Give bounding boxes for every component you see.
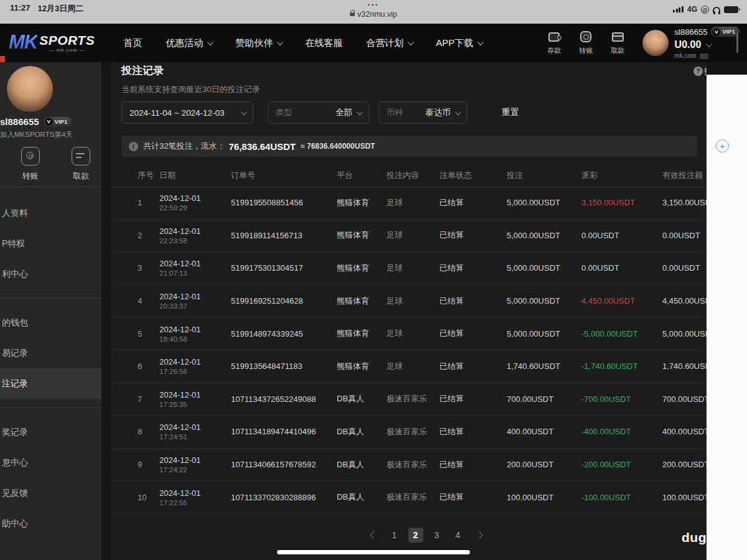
plus-button[interactable]: + [716, 139, 729, 152]
table-row: 4 2024-12-01 20:33:37 5199169251204628 熊… [111, 285, 707, 318]
sidebar-menu-item[interactable]: 助中心 [0, 508, 101, 539]
chevron-down-icon [706, 41, 712, 47]
page-number-button[interactable]: 4 [451, 528, 466, 543]
cell-valid-bet: 100.00USDT [662, 493, 707, 502]
address-bar[interactable]: v32nmu.vip [0, 10, 747, 19]
table-row: 9 2024-12-01 17:24:22 107113406615767859… [111, 449, 707, 482]
cell-date: 2024-12-01 17:24:22 [159, 455, 231, 474]
sidebar-menu-item[interactable]: 易记录 [0, 338, 101, 368]
help-link[interactable]: ? [693, 67, 703, 76]
sidebar-menu-item[interactable]: 利中心 [0, 259, 101, 289]
cell-platform: DB真人 [337, 426, 387, 437]
nav-item[interactable]: 合营计划 [366, 37, 412, 49]
nav-item[interactable]: APP下载 [436, 37, 482, 49]
quick-action-button[interactable]: 转账 [576, 30, 597, 55]
cell-order-number: 5199169251204628 [231, 296, 337, 306]
sidebar-menu-item[interactable]: 注记录 [0, 368, 101, 399]
cell-date: 2024-12-01 21:07:13 [159, 259, 231, 277]
page-number-button[interactable]: 1 [387, 528, 402, 543]
quick-action-button[interactable]: 存款 [544, 30, 565, 55]
type-label: 类型 [276, 107, 292, 118]
nav-item-label: 优惠活动 [166, 37, 203, 49]
avatar[interactable] [7, 66, 53, 112]
sidebar-menu-label: 注记录 [2, 378, 28, 390]
reset-button[interactable]: 重置 [502, 107, 519, 118]
sidebar: sl886655 V VIP1 加入MKSPORTS第4天 转账 取款 人资料 [0, 62, 101, 560]
cell-index: 2 [138, 231, 159, 240]
date-range-select[interactable]: 2024-11-04 ~ 2024-12-03 [121, 101, 253, 124]
cell-bet-amount: 5,000.00USDT [507, 296, 581, 306]
cell-bet-content: 极速百家乐 [387, 492, 439, 503]
nav-item[interactable]: 在线客服 [305, 37, 342, 49]
cell-order-number: 1071134066157678592 [231, 460, 337, 469]
vip-level: VIP1 [722, 29, 735, 35]
table-header-cell: 投注 [507, 170, 581, 181]
cell-payout: 4,450.00USDT [581, 296, 662, 306]
quick-action-button[interactable]: 取款 [608, 30, 629, 55]
sidebar-action-button[interactable]: 取款 [61, 147, 102, 182]
cell-date-value: 2024-12-01 [159, 226, 231, 236]
next-page-button[interactable] [472, 528, 487, 543]
cell-valid-bet: 400.00USDT [662, 427, 707, 436]
cell-index: 4 [138, 296, 159, 306]
sidebar-actions: 转账 取款 [0, 147, 101, 182]
cell-payout: -1,740.60USDT [581, 362, 662, 371]
cell-status: 已结算 [439, 426, 507, 437]
balance-dropdown[interactable]: U0.00 [675, 40, 740, 50]
quick-action-label: 取款 [611, 46, 625, 55]
cell-time-value: 17:24:22 [159, 466, 231, 474]
sidebar-menu-item[interactable]: P特权 [0, 228, 101, 259]
prev-page-button[interactable] [366, 528, 381, 543]
sidebar-menu-item[interactable]: 奖记录 [0, 417, 101, 447]
nav-item[interactable]: 优惠活动 [166, 37, 212, 49]
cell-bet-content: 极速百家乐 [387, 459, 439, 470]
home-indicator[interactable] [277, 550, 470, 554]
battery-icon [724, 6, 738, 13]
quick-actions: 存款 转账 取款 [544, 30, 629, 55]
table-row: 6 2024-12-01 17:26:56 5199135648471183 熊… [111, 350, 707, 383]
currency-select[interactable]: 币种 泰达币 [378, 101, 467, 124]
nav-item[interactable]: 赞助伙伴 [235, 37, 281, 49]
currency-value: 泰达币 [426, 107, 451, 118]
sidebar-menu-item[interactable]: 的钱包 [0, 307, 101, 338]
sidebar-menu-item[interactable]: 人资料 [0, 198, 101, 228]
page-number-button[interactable]: 2 [408, 528, 423, 543]
cell-platform: 熊猫体育 [337, 263, 387, 274]
page-subtitle: 当前系统支持查询最近30日的投注记录 [121, 84, 260, 95]
table-row: 5 2024-12-01 18:40:58 5199148974339245 熊… [111, 317, 707, 350]
browser-menu-dots-icon[interactable]: ••• [0, 2, 747, 8]
sidebar-menu-item[interactable]: 见反馈 [0, 478, 101, 508]
nav-item[interactable]: 首页 [123, 37, 142, 49]
cell-valid-bet: 3,150.00USDT [662, 198, 707, 207]
cell-date-value: 2024-12-01 [159, 357, 231, 366]
cell-time-value: 17:26:56 [159, 368, 231, 375]
currency-label: 币种 [387, 107, 403, 118]
cell-time-value: 17:22:55 [159, 499, 231, 506]
quick-action-icon [578, 30, 594, 44]
cell-index: 1 [138, 198, 159, 207]
avatar[interactable] [642, 30, 669, 56]
table-header-cell: 日期 [159, 170, 231, 181]
cell-time-value: 17:24:51 [159, 433, 231, 441]
brand-logo[interactable]: MK SPORTS — mk.com — [9, 33, 95, 53]
vip-badge: V VIP1 [711, 27, 740, 37]
sidebar-menu-label: 奖记录 [2, 427, 28, 438]
cell-bet-amount: 100.00USDT [507, 493, 581, 502]
cell-bet-content: 足球 [387, 263, 439, 274]
cell-date: 2024-12-01 17:24:51 [159, 422, 231, 441]
type-select[interactable]: 类型 全部 [268, 101, 369, 124]
page-number-button[interactable]: 3 [430, 528, 444, 543]
page-title: 投注记录 [121, 63, 164, 78]
cell-payout: -100.00USDT [581, 493, 662, 502]
cell-bet-amount: 5,000.00USDT [507, 263, 581, 273]
sidebar-menu-label: 的钱包 [2, 317, 28, 329]
cell-index: 8 [138, 427, 159, 436]
sidebar-action-button[interactable]: 转账 [10, 147, 51, 182]
sidebar-menu-item[interactable]: 息中心 [0, 447, 101, 478]
chevron-down-icon [408, 39, 414, 45]
cell-order-number: 5199175301304517 [231, 263, 337, 273]
cell-date: 2024-12-01 17:22:55 [159, 488, 231, 506]
chevron-left-icon [370, 531, 377, 538]
cell-payout: -5,000.00USDT [581, 329, 662, 338]
scrollbar-thumb[interactable] [736, 33, 738, 53]
